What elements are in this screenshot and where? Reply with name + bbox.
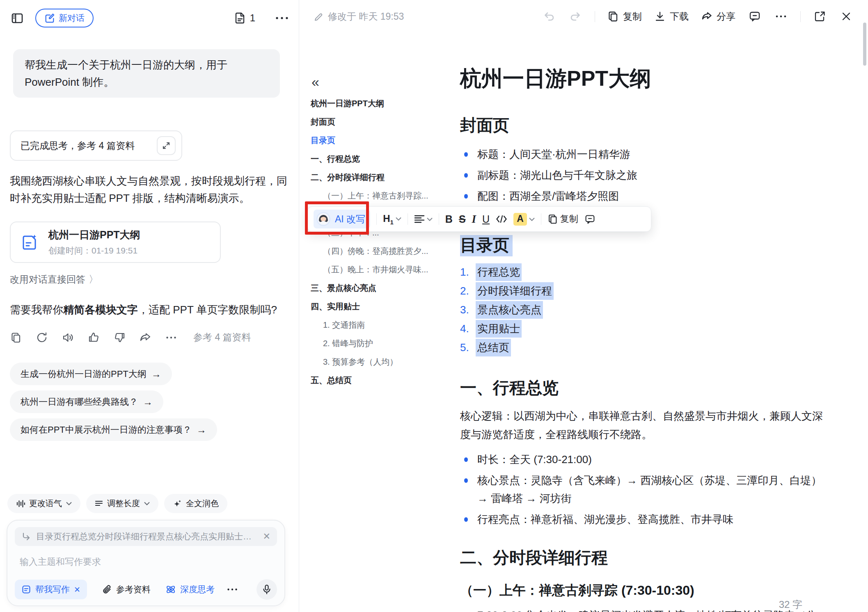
outline-item-crowd[interactable]: 2. 错峰与防护 [311,334,434,353]
align-button[interactable] [414,215,433,224]
divider [376,213,377,225]
chat-more-icon[interactable] [275,16,289,21]
chevron-down-icon [144,502,150,505]
quick-actions-row: 更改语气 调整长度 全文润色 [7,494,285,513]
microphone-button[interactable] [257,579,277,600]
write-mode-pill[interactable]: 帮我写作 ✕ [15,580,87,599]
outline-item-toc[interactable]: 目录页 [311,131,434,150]
composer[interactable]: 目录页行程总览分时段详细行程景点核心亮点实用贴士总... ✕ 输入主题和写作要求… [7,520,285,606]
outline-item-night[interactable]: （五）晚上：市井烟火寻味... [311,260,434,279]
remove-quote-icon[interactable]: ✕ [263,531,270,542]
document-content[interactable]: 杭州一日游PPT大纲 封面页 标题：人间天堂·杭州一日精华游 副标题：湖光山色与… [460,0,823,612]
composer-placeholder[interactable]: 输入主题和写作要求 [20,556,277,568]
word-count: 32 字 [779,598,802,611]
schedule-heading: 二、分时段详细行程 [460,548,823,567]
outline-item-overview[interactable]: 一、行程总览 [311,150,434,168]
adjust-length-button[interactable]: 调整长度 [86,494,158,513]
chevron-down-icon [427,217,433,221]
sidebar-toggle-icon[interactable] [10,11,25,25]
strikethrough-button[interactable]: S [459,213,466,225]
expand-icon [162,141,171,150]
open-docs-button[interactable]: 1 [234,12,255,24]
italic-button[interactable]: I [472,213,476,226]
outline-item-transport[interactable]: 1. 交通指南 [311,316,434,334]
thinking-summary-card[interactable]: 已完成思考，参考 4 篇资料 [10,130,182,161]
quote-reply-icon [21,532,31,541]
collapse-outline-icon[interactable]: « [311,75,434,89]
comment-button[interactable] [584,214,595,225]
switch-to-chat-link[interactable]: 改用对话直接回答 〉 [10,273,98,286]
outline-item-budget[interactable]: 3. 预算参考（人均） [311,353,434,371]
bullet-item: 配图：西湖全景/雷峰塔夕照图 [460,187,823,205]
doc-card-meta: 创建时间：01-19 19:51 [48,245,140,256]
polish-all-button[interactable]: 全文润色 [164,494,227,513]
overview-bullets: 时长：全天 (7:30-21:00) 核心景点：灵隐寺（含飞来峰）→ 西湖核心区… [460,450,823,528]
expand-thinking-button[interactable] [157,136,176,155]
outline-item-tips[interactable]: 四、实用贴士 [311,297,434,316]
scrollbar-thumb[interactable] [863,23,866,66]
bold-button[interactable]: B [445,213,453,225]
new-chat-icon [44,13,55,23]
outline-item-cover[interactable]: 封面页 [311,113,434,131]
remove-write-mode-icon[interactable]: ✕ [74,585,80,594]
outline-item-evening[interactable]: （四）傍晚：登高揽胜赏夕... [311,242,434,260]
heading-style-button[interactable]: H1 [383,213,401,226]
doc-create-icon [21,233,39,252]
toc-list: 1.行程总览 2.分时段详细行程 3.景点核心亮点 4.实用贴士 5.总结页 [460,263,823,358]
bullet-item: 副标题：湖光山色与千年文脉之旅 [460,166,823,184]
attach-reference-button[interactable]: 参考资料 [102,584,151,595]
read-aloud-icon[interactable] [62,331,74,344]
doc-card-title: 杭州一日游PPT大纲 [48,228,140,242]
copy-icon [547,214,558,224]
thumbs-down-icon[interactable] [113,331,126,344]
outline-item-title[interactable]: 杭州一日游PPT大纲 [311,94,434,113]
lines-icon [95,500,103,508]
waveform-icon [16,499,25,508]
outline-item-morning[interactable]: （一）上午：禅意古刹寻踪... [311,187,434,205]
chevron-right-icon: 〉 [89,273,98,286]
copy-icon[interactable] [10,331,22,344]
chevron-down-icon [529,217,535,221]
references-link[interactable]: 参考 4 篇资料 [193,331,251,344]
sparkle-icon [173,499,182,508]
write-doc-icon [21,585,31,594]
suggestion-chip[interactable]: 如何在PPT中展示杭州一日游的注意事项？→ [10,418,217,441]
divider [408,213,408,225]
toc-row: 4.实用贴士 [460,320,823,339]
regenerate-icon[interactable] [36,331,48,344]
bullet-item: 标题：人间天堂·杭州一日精华游 [460,145,823,163]
new-chat-button[interactable]: 新对话 [35,9,94,27]
underline-button[interactable]: U [482,213,490,225]
thumbs-up-icon[interactable] [87,331,100,344]
toc-heading: 目录页 [460,235,823,254]
align-left-icon [414,215,425,224]
outline-item-summary[interactable]: 五、总结页 [311,371,434,390]
text-color-button[interactable]: A [513,213,535,226]
user-message: 帮我生成一个关于杭州一日游的大纲，用于 PowerPoint 制作。 [13,49,280,98]
schedule-subheading: （一）上午：禅意古刹寻踪 (7:30-10:30) [460,582,823,599]
suggestion-chip[interactable]: 生成一份杭州一日游的PPT大纲→ [10,363,172,385]
overview-lead: 核心逻辑：以西湖为中心，串联禅意古刹、自然盛景与市井烟火，兼顾人文深度与游览舒适… [460,407,823,444]
close-panel-icon[interactable] [839,9,853,23]
deep-think-button[interactable]: 深度思考 [165,584,215,595]
bullet-item: 行程亮点：禅意祈福、湖光漫步、登高揽胜、市井寻味 [460,510,823,528]
pencil-icon [314,11,324,21]
chat-topbar: 新对话 1 [10,8,289,28]
quoted-context-chip[interactable]: 目录页行程总览分时段详细行程景点核心亮点实用贴士总... ✕ [15,527,277,546]
share-icon[interactable] [139,331,151,344]
doc-title: 杭州一日游PPT大纲 [460,0,823,92]
copy-selection-button[interactable]: 复制 [547,213,578,225]
document-icon [234,12,246,24]
outline-item-schedule[interactable]: 二、分时段详细行程 [311,168,434,187]
composer-more-icon[interactable] [227,588,238,591]
suggestion-chip[interactable]: 杭州一日游有哪些经典路线？→ [10,390,163,413]
outline-item-highlights[interactable]: 三、景点核心亮点 [311,279,434,297]
arrow-right-icon: → [197,424,206,436]
code-button[interactable] [496,214,507,224]
more-actions-icon[interactable] [165,331,177,344]
generated-doc-card[interactable]: 杭州一日游PPT大纲 创建时间：01-19 19:51 [10,222,221,263]
ai-rewrite-button[interactable]: AI 改写 [314,210,370,228]
new-chat-label: 新对话 [59,12,85,24]
toc-row: 1.行程总览 [460,263,823,282]
change-tone-button[interactable]: 更改语气 [7,494,80,513]
